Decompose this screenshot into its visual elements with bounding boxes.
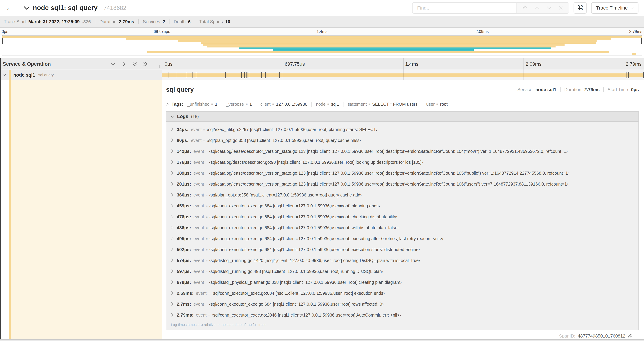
span-duration-bar[interactable] (162, 74, 644, 77)
log-row[interactable]: 597μs:event=‹sql/distsql_running.go:498 … (166, 266, 638, 277)
collapse-all-icon[interactable] (132, 62, 137, 67)
log-equals: = (206, 259, 208, 263)
log-row[interactable]: 142μs:event=‹sql/catalog/lease/descripto… (166, 146, 638, 157)
stat-separator (95, 19, 96, 24)
log-field-value: ‹sql/catalog/lease/descriptor_version_st… (209, 182, 568, 187)
chevron-right-icon (171, 280, 174, 285)
expand-all-icon[interactable] (143, 62, 148, 67)
tag-equals: = (272, 102, 274, 106)
span-row-bar-cell[interactable] (162, 70, 644, 80)
log-row[interactable]: 574μs:event=‹sql/distsql_running.go:1420… (166, 255, 638, 266)
log-row[interactable]: 2.69ms:event=‹sql/conn_executor_exec.go:… (166, 288, 638, 299)
tag-item: client=127.0.0.1:59936 (260, 102, 307, 107)
stat-value: March 31 2022, 17:25:09 (28, 19, 80, 25)
bottom-border-strip (0, 339, 644, 341)
find-next-icon[interactable] (546, 6, 552, 10)
time-axis-tick-label: 0μs (2, 29, 8, 34)
gantt-time-axis: 0μs697.75μs1.4ms2.09ms2.79ms (162, 58, 644, 70)
tags-row[interactable]: Tags: _unfinished=1_verbose=1client=127.… (166, 102, 639, 107)
page-title: node sql1: sql query (33, 4, 98, 12)
log-equals: = (206, 302, 208, 306)
log-marker-tick (265, 72, 266, 78)
find-prev-icon[interactable] (534, 6, 540, 10)
log-row[interactable]: 201μs:event=‹sql/catalog/lease/descripto… (166, 179, 638, 190)
logs-box: Logs (18) 34μs:event=‹sql/exec_util.go:2… (166, 111, 639, 330)
find-clear-icon[interactable] (559, 5, 563, 11)
trace-stat: Trace StartMarch 31 2022, 17:25:09.326 (4, 19, 91, 25)
timeline-gridline (524, 70, 524, 80)
tag-separator (222, 102, 222, 107)
link-icon[interactable] (628, 334, 632, 338)
command-icon: ⌘ (577, 4, 584, 12)
tag-equals: = (436, 102, 438, 106)
tag-key: _unfinished (187, 102, 210, 107)
chevron-right-icon (166, 102, 169, 106)
chevron-right-icon (171, 204, 174, 209)
span-collapse-icon[interactable] (0, 73, 9, 77)
collapse-one-icon[interactable] (110, 62, 116, 67)
log-equals: = (206, 248, 208, 252)
title-chevron-down-icon[interactable] (24, 6, 30, 10)
log-field-key: event (193, 149, 204, 154)
log-row[interactable]: 476μs:event=‹sql/conn_executor_exec.go:6… (166, 211, 638, 222)
log-equals: = (206, 204, 208, 208)
log-row[interactable]: 80μs:event=‹sql/plan_opt.go:358 [nsql1,c… (166, 135, 638, 146)
log-field-key: event (191, 138, 202, 143)
span-row-name-cell[interactable]: node sql1 sql query (0, 70, 162, 80)
log-row[interactable]: 366μs:event=‹sql/plan_opt.go:358 [nsql1,… (166, 190, 638, 200)
stat-value-fraction: .326 (82, 19, 91, 25)
log-timestamp: 476μs: (177, 214, 191, 220)
tag-equals: = (368, 102, 370, 106)
log-row[interactable]: 34μs:event=‹sql/exec_util.go:2297 [nsql1… (166, 124, 638, 135)
minimap-span-bar (273, 49, 474, 51)
tag-key: _verbose (226, 102, 244, 107)
log-field-value: ‹sql/conn_executor_exec.go:684 [nsql1,cl… (209, 247, 420, 252)
find-input[interactable] (412, 3, 516, 13)
span-detail-title: sql query (166, 86, 194, 93)
chevron-down-icon (170, 115, 174, 118)
log-field-value: ‹sql/catalog/lease/descriptor_version_st… (209, 149, 568, 154)
trace-stat: Depth6 (174, 19, 190, 25)
trace-id: 7418682 (104, 5, 126, 11)
log-marker-tick (249, 72, 249, 78)
view-selector-button[interactable]: Trace Timeline (591, 2, 638, 14)
span-row: node sql1 sql query (0, 70, 644, 80)
timeline-minimap[interactable] (2, 36, 642, 56)
collapse-controls (110, 62, 148, 67)
time-axis-tick-label: 697.75μs (154, 29, 170, 34)
span-id-label: SpanID: (559, 333, 575, 339)
log-row[interactable]: 189μs:event=‹sql/catalog/lease/descripto… (166, 168, 638, 179)
log-equals: = (206, 281, 208, 285)
time-axis-tick-label: 697.75μs (285, 61, 305, 67)
keyboard-shortcuts-button[interactable]: ⌘ (574, 2, 587, 14)
log-row[interactable]: 495μs:event=‹sql/conn_executor_exec.go:6… (166, 233, 638, 244)
detail-left-column (0, 80, 162, 339)
service-operation-header: Service & Operation (0, 58, 162, 70)
expand-one-icon[interactable] (121, 62, 126, 67)
logs-header[interactable]: Logs (18) (166, 112, 638, 122)
log-field-key: event (196, 312, 206, 318)
log-marker-tick (246, 72, 246, 78)
log-row[interactable]: 459μs:event=‹sql/conn_executor_exec.go:6… (166, 200, 638, 211)
log-timestamp: 597μs: (177, 269, 191, 274)
log-row[interactable]: 678μs:event=‹sql/distsql_physical_planne… (166, 277, 638, 288)
log-row[interactable]: 502μs:event=‹sql/conn_executor_exec.go:6… (166, 244, 638, 255)
stat-value: 6 (188, 19, 190, 25)
tag-separator (422, 102, 422, 107)
log-timestamp: 2.69ms: (177, 290, 194, 296)
log-row[interactable]: 486μs:event=‹sql/conn_executor_exec.go:6… (166, 222, 638, 233)
log-row[interactable]: 176μs:event=‹sql/catalog/descs/descripto… (166, 157, 638, 168)
trace-stats-bar: Trace StartMarch 31 2022, 17:25:09.326Du… (0, 16, 644, 28)
locate-icon[interactable] (522, 5, 528, 11)
back-button[interactable]: ← (0, 0, 19, 16)
log-equals: = (206, 270, 208, 274)
column-resize-handle[interactable] (158, 65, 160, 68)
log-equals: = (206, 161, 208, 165)
tag-item: _verbose=1 (226, 102, 252, 107)
log-equals: = (206, 226, 208, 230)
log-row[interactable]: 2.79ms:event=‹sql/conn_executor_exec.go:… (166, 310, 638, 320)
log-field-key: event (193, 225, 204, 230)
tag-value: 1 (215, 102, 218, 107)
stat-label: Duration (100, 19, 116, 25)
log-row[interactable]: 2.7ms:event=‹sql/conn_executor_exec.go:6… (166, 299, 638, 310)
